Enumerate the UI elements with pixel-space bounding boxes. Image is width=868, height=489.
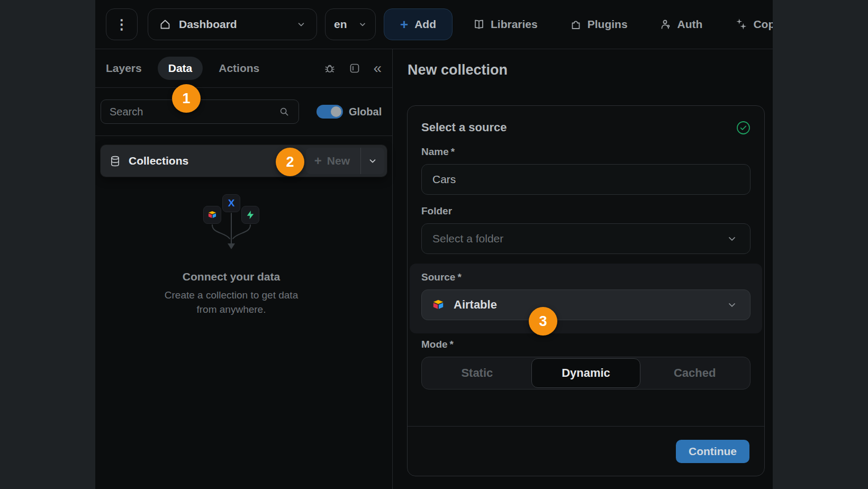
chevron-down-icon	[296, 20, 306, 29]
nav-copilot-label: Copilot	[753, 18, 773, 31]
empty-state-line1: Create a collection to get data	[95, 288, 367, 302]
source-field-highlight: Source* Airtable	[410, 264, 762, 333]
airtable-icon	[203, 206, 221, 224]
chevron-down-icon	[727, 233, 737, 244]
chevron-down-icon	[727, 300, 737, 310]
step-title: Select a source	[421, 121, 507, 134]
new-collection-panel: New collection Select a source Nam	[393, 49, 773, 489]
page-selector[interactable]: Dashboard	[148, 8, 317, 40]
folder-placeholder: Select a folder	[432, 232, 503, 245]
search-box[interactable]	[101, 99, 299, 124]
new-collection-split-button: + New	[306, 148, 384, 174]
mode-segmented-control: Static Dynamic Cached	[421, 357, 751, 390]
database-icon	[109, 155, 121, 167]
mode-option-static[interactable]: Static	[423, 358, 531, 388]
source-select[interactable]: Airtable	[421, 289, 751, 320]
tab-layers[interactable]: Layers	[106, 62, 142, 75]
card-footer: Continue	[408, 426, 764, 476]
supabase-icon	[241, 206, 259, 224]
collections-title: Collections	[129, 155, 188, 167]
kebab-icon: ⋮	[115, 16, 129, 33]
empty-state-line2: from anywhere.	[95, 302, 367, 316]
toolbar-nav: Libraries Plugins	[473, 17, 773, 31]
tab-data[interactable]: Data	[158, 57, 203, 80]
source-label: Source*	[421, 271, 751, 283]
nav-plugins-label: Plugins	[587, 18, 628, 31]
check-circle-icon	[736, 121, 751, 135]
sidebar-panel-icon[interactable]	[348, 62, 361, 75]
home-icon	[159, 18, 171, 31]
select-source-card: Select a source Name* Folder	[407, 105, 765, 476]
backdrop: ⋮ Dashboard en	[0, 0, 868, 489]
bug-icon[interactable]	[323, 62, 336, 75]
folder-select[interactable]: Select a folder	[421, 223, 751, 254]
search-row: Global	[95, 88, 392, 136]
data-sources-graphic: X	[189, 194, 274, 257]
required-mark: *	[457, 271, 461, 283]
name-label: Name*	[421, 146, 751, 158]
add-button-label: Add	[414, 18, 436, 31]
user-key-icon	[659, 18, 672, 31]
step-badge-1: 1	[172, 84, 201, 113]
locale-label: en	[334, 18, 347, 31]
nav-copilot[interactable]: Copilot	[734, 17, 773, 31]
book-icon	[473, 18, 485, 31]
global-toggle[interactable]	[317, 105, 343, 119]
required-mark: *	[450, 339, 454, 350]
step-badge-3: 3	[529, 307, 557, 336]
new-collection-label: New	[327, 155, 350, 167]
nav-plugins[interactable]: Plugins	[569, 18, 628, 31]
new-collection-button[interactable]: + New	[306, 148, 360, 174]
mode-label: Mode*	[421, 339, 751, 350]
continue-button[interactable]: Continue	[676, 440, 749, 463]
nav-libraries-label: Libraries	[491, 18, 538, 31]
folder-label: Folder	[421, 205, 751, 217]
new-collection-menu-button[interactable]	[361, 148, 384, 174]
step-header: Select a source	[421, 120, 751, 135]
global-toggle-label: Global	[349, 106, 382, 118]
left-panel: Layers Data Actions	[95, 49, 393, 489]
tab-actions[interactable]: Actions	[219, 62, 259, 75]
source-value: Airtable	[454, 298, 497, 312]
more-menu-button[interactable]: ⋮	[106, 8, 138, 40]
locale-selector[interactable]: en	[325, 8, 376, 40]
chevron-down-icon	[358, 20, 367, 29]
plus-icon: +	[400, 16, 408, 33]
panel-title: New collection	[408, 62, 773, 78]
panel-tabs: Layers Data Actions	[95, 49, 392, 88]
required-mark: *	[451, 146, 455, 157]
sparkles-icon	[734, 17, 748, 31]
toggle-knob	[331, 106, 341, 117]
page-selector-label: Dashboard	[179, 18, 237, 31]
nav-auth[interactable]: Auth	[659, 18, 703, 31]
airtable-icon	[431, 298, 445, 312]
mode-option-dynamic[interactable]: Dynamic	[531, 358, 641, 388]
panel-tools: «	[323, 61, 382, 76]
collapse-panel-icon[interactable]: «	[373, 61, 382, 76]
puzzle-icon	[569, 18, 582, 31]
step-badge-2: 2	[276, 148, 304, 176]
collections-header[interactable]: Collections + New	[101, 145, 387, 177]
mode-option-cached[interactable]: Cached	[640, 358, 749, 388]
top-toolbar: ⋮ Dashboard en	[95, 0, 773, 49]
empty-state-title: Connect your data	[95, 270, 367, 283]
search-icon	[278, 106, 290, 117]
xano-icon: X	[222, 194, 240, 212]
name-input[interactable]	[421, 164, 751, 195]
add-button[interactable]: + Add	[384, 8, 453, 40]
app-window: ⋮ Dashboard en	[95, 0, 773, 489]
nav-auth-label: Auth	[677, 18, 703, 31]
nav-libraries[interactable]: Libraries	[473, 18, 538, 31]
collections-empty-state: X Connect your d	[95, 194, 367, 316]
card-body: Select a source Name* Folder	[408, 106, 764, 390]
plus-icon: +	[314, 153, 322, 168]
